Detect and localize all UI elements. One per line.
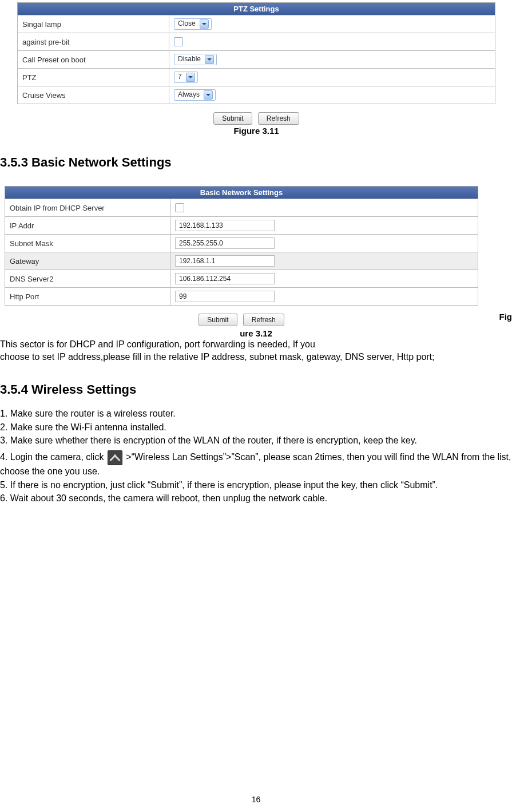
net-dhcp-checkbox[interactable] bbox=[175, 203, 184, 212]
net-gateway-cell: 192.168.1.1 bbox=[170, 252, 478, 270]
wireless-step-4: 4. Login the camera, click >“Wireless La… bbox=[0, 450, 512, 478]
ptz-panel-title: PTZ Settings bbox=[17, 2, 495, 15]
net-ip-label: IP Addr bbox=[5, 217, 170, 235]
ptz-refresh-button[interactable]: Refresh bbox=[258, 112, 299, 125]
network-settings-table: Obtain IP from DHCP Server IP Addr 192.1… bbox=[5, 199, 478, 306]
page-number: 16 bbox=[0, 795, 512, 804]
ptz-cruise-select[interactable]: Always bbox=[174, 89, 216, 101]
net-http-label: Http Port bbox=[5, 288, 170, 306]
net-ip-input[interactable]: 192.168.1.133 bbox=[175, 220, 275, 231]
ptz-call-preset-label: Call Preset on boot bbox=[18, 51, 169, 69]
ptz-singal-lamp-label: Singal lamp bbox=[18, 15, 169, 33]
ptz-singal-lamp-value: Close bbox=[178, 19, 196, 27]
ptz-cruise-value: Always bbox=[178, 90, 200, 98]
ptz-settings-table: Singal lamp Close against pre-bit Call P… bbox=[17, 15, 495, 104]
net-http-cell: 99 bbox=[170, 288, 478, 306]
ptz-ptz-cell: 7 bbox=[169, 69, 495, 86]
ptz-settings-panel: PTZ Settings Singal lamp Close against p… bbox=[17, 2, 495, 136]
chevron-down-icon bbox=[186, 73, 195, 82]
net-dns-label: DNS Server2 bbox=[5, 270, 170, 288]
chevron-down-icon bbox=[204, 90, 213, 100]
wireless-step-6: 6. Wait about 30 seconds, the camera wil… bbox=[0, 492, 512, 505]
ptz-ptz-label: PTZ bbox=[18, 69, 169, 86]
net-subnet-label: Subnet Mask bbox=[5, 235, 170, 252]
wireless-step-2: 2. Make sure the Wi-Fi antenna installed… bbox=[0, 421, 512, 434]
ptz-singal-lamp-cell: Close bbox=[169, 15, 495, 33]
network-description-line1: This sector is for DHCP and IP configura… bbox=[0, 338, 512, 351]
ptz-call-preset-cell: Disable bbox=[169, 51, 495, 69]
ptz-call-preset-select[interactable]: Disable bbox=[174, 54, 217, 65]
network-refresh-button[interactable]: Refresh bbox=[243, 314, 284, 326]
ptz-singal-lamp-select[interactable]: Close bbox=[174, 18, 212, 30]
ptz-submit-button[interactable]: Submit bbox=[213, 112, 252, 125]
network-button-row: Submit Refresh bbox=[5, 314, 478, 326]
ptz-against-label: against pre-bit bbox=[18, 33, 169, 51]
ptz-cruise-label: Cruise Views bbox=[18, 86, 169, 104]
network-settings-panel: Basic Network Settings Obtain IP from DH… bbox=[5, 186, 478, 326]
wireless-step-1: 1. Make sure the router is a wireless ro… bbox=[0, 407, 512, 420]
ptz-against-cell bbox=[169, 33, 495, 51]
wireless-step-5: 5. If there is no encryption, just click… bbox=[0, 479, 512, 492]
wireless-step-4a: 4. Login the camera, click bbox=[0, 452, 104, 462]
net-dns-cell: 106.186.112.254 bbox=[170, 270, 478, 288]
network-submit-button[interactable]: Submit bbox=[199, 314, 237, 326]
net-ip-cell: 192.168.1.133 bbox=[170, 217, 478, 235]
net-dhcp-cell bbox=[170, 199, 478, 217]
chevron-down-icon bbox=[205, 55, 214, 64]
network-panel-title: Basic Network Settings bbox=[5, 186, 478, 199]
net-gateway-label: Gateway bbox=[5, 252, 170, 270]
ptz-button-row: Submit Refresh bbox=[17, 112, 495, 125]
ptz-call-preset-value: Disable bbox=[178, 55, 201, 63]
wireless-step-3: 3. Make sure whether there is encryption… bbox=[0, 434, 512, 447]
net-subnet-input[interactable]: 255.255.255.0 bbox=[175, 237, 275, 249]
chevron-down-icon bbox=[200, 19, 209, 29]
figure-3-11-caption: Figure 3.11 bbox=[17, 126, 495, 136]
ptz-ptz-value: 7 bbox=[178, 73, 182, 81]
net-dns-input[interactable]: 106.186.112.254 bbox=[175, 273, 275, 284]
figure-3-12-caption-part-b: ure 3.12 bbox=[0, 328, 512, 338]
figure-3-12-caption-part-a: Fig bbox=[499, 312, 513, 322]
tools-icon bbox=[108, 450, 122, 465]
ptz-against-checkbox[interactable] bbox=[174, 37, 183, 46]
net-http-input[interactable]: 99 bbox=[175, 291, 275, 302]
ptz-ptz-select[interactable]: 7 bbox=[174, 72, 198, 83]
network-description-line2: choose to set IP address,please fill in … bbox=[0, 351, 512, 363]
section-3-5-4-heading: 3.5.4 Wireless Settings bbox=[0, 382, 512, 397]
wireless-steps-list: 1. Make sure the router is a wireless ro… bbox=[0, 407, 512, 505]
net-subnet-cell: 255.255.255.0 bbox=[170, 235, 478, 252]
net-dhcp-label: Obtain IP from DHCP Server bbox=[5, 199, 170, 217]
section-3-5-3-heading: 3.5.3 Basic Network Settings bbox=[0, 155, 512, 170]
ptz-cruise-cell: Always bbox=[169, 86, 495, 104]
net-gateway-input[interactable]: 192.168.1.1 bbox=[175, 255, 275, 267]
